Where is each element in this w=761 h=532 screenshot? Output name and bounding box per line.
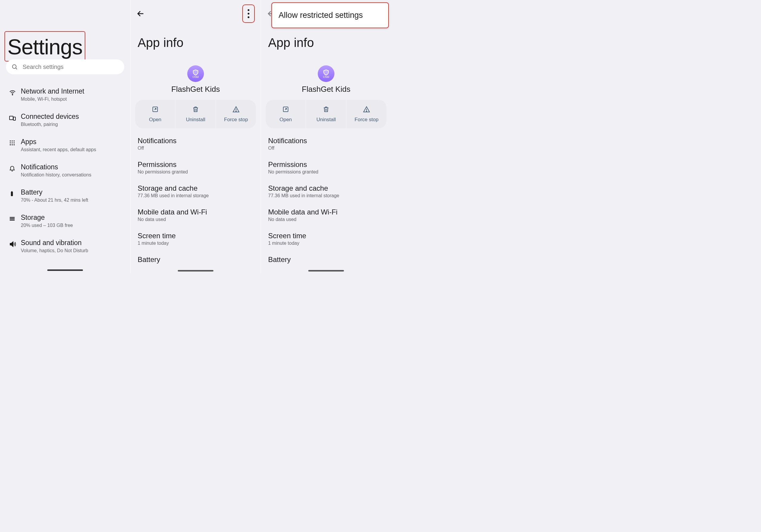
- settings-list: Network and Internet Mobile, Wi-Fi, hots…: [0, 83, 130, 273]
- settings-item-apps[interactable]: Apps Assistant, recent apps, default app…: [0, 134, 130, 159]
- detail-item-notifications[interactable]: Notifications Off: [138, 134, 254, 157]
- detail-label: Screen time: [268, 232, 384, 240]
- force-stop-button[interactable]: Force stop: [346, 100, 386, 128]
- settings-item-label: Apps: [21, 138, 96, 146]
- detail-item-data[interactable]: Mobile data and Wi-Fi No data used: [268, 205, 384, 229]
- settings-item-label: Storage: [21, 214, 73, 222]
- search-bar[interactable]: [6, 59, 124, 74]
- app-name: FlashGet Kids: [261, 85, 391, 94]
- settings-item-label: Connected devices: [21, 113, 79, 121]
- settings-title-highlight: Settings: [4, 31, 85, 62]
- app-icon: Child: [187, 65, 204, 82]
- detail-sub: Off: [268, 145, 384, 151]
- detail-item-permissions[interactable]: Permissions No permissions granted: [268, 157, 384, 181]
- action-label: Uninstall: [186, 117, 205, 123]
- settings-item-label: Notifications: [21, 163, 91, 171]
- settings-item-label: Battery: [21, 188, 88, 196]
- detail-item-screen-time[interactable]: Screen time 1 minute today: [138, 229, 254, 252]
- open-button[interactable]: Open: [266, 100, 306, 128]
- search-input[interactable]: [23, 64, 119, 71]
- page-title: Settings: [7, 35, 82, 59]
- detail-item-notifications[interactable]: Notifications Off: [268, 134, 384, 157]
- svg-rect-18: [10, 220, 15, 221]
- gesture-handle[interactable]: [47, 269, 83, 271]
- storage-icon: [9, 214, 21, 223]
- detail-item-storage[interactable]: Storage and cache 77.36 MB used in inter…: [138, 181, 254, 205]
- apps-icon: [9, 138, 21, 147]
- svg-rect-4: [13, 117, 16, 120]
- gesture-handle[interactable]: [308, 270, 344, 272]
- force-stop-button[interactable]: Force stop: [215, 100, 256, 128]
- svg-point-0: [13, 65, 16, 69]
- settings-item-storage[interactable]: Storage 20% used – 103 GB free: [0, 209, 130, 235]
- detail-label: Notifications: [138, 136, 254, 145]
- svg-point-22: [366, 111, 367, 111]
- detail-sub: No data used: [138, 217, 254, 222]
- wifi-icon: [9, 87, 21, 97]
- svg-rect-14: [11, 191, 13, 196]
- settings-item-sub: Assistant, recent apps, default apps: [21, 147, 96, 152]
- uninstall-button[interactable]: Uninstall: [175, 100, 215, 128]
- settings-item-sub: 70% - About 21 hrs, 42 mins left: [21, 197, 88, 203]
- panel-app-info-menu-closed: App info Child FlashGet Kids Open Uninst…: [130, 0, 261, 273]
- detail-label: Screen time: [138, 232, 254, 240]
- detail-item-permissions[interactable]: Permissions No permissions granted: [138, 157, 254, 181]
- search-icon: [11, 64, 18, 70]
- overflow-menu-button[interactable]: [248, 8, 249, 19]
- svg-point-13: [14, 144, 15, 145]
- action-row: Open Uninstall Force stop: [135, 100, 256, 128]
- action-label: Open: [149, 117, 161, 123]
- settings-item-sub: Bluetooth, pairing: [21, 122, 79, 127]
- back-button[interactable]: [137, 10, 145, 18]
- detail-label: Battery: [268, 255, 384, 264]
- settings-item-sub: 20% used – 103 GB free: [21, 223, 73, 228]
- svg-point-11: [10, 144, 11, 145]
- settings-item-connected-devices[interactable]: Connected devices Bluetooth, pairing: [0, 108, 130, 134]
- detail-list: Notifications Off Permissions No permiss…: [268, 134, 384, 273]
- page-title: App info: [268, 36, 314, 50]
- allow-restricted-settings-menu-item[interactable]: Allow restricted settings: [271, 2, 389, 28]
- svg-point-8: [10, 142, 11, 143]
- svg-point-2: [12, 94, 13, 95]
- settings-item-label: Sound and vibration: [21, 239, 88, 247]
- warning-icon: [363, 106, 370, 117]
- detail-sub: No permissions granted: [268, 169, 384, 175]
- settings-item-sub: Mobile, Wi-Fi, hotspot: [21, 96, 85, 102]
- detail-item-screen-time[interactable]: Screen time 1 minute today: [268, 229, 384, 252]
- detail-item-storage[interactable]: Storage and cache 77.36 MB used in inter…: [268, 181, 384, 205]
- detail-sub: 77.36 MB used in internal storage: [268, 193, 384, 198]
- battery-icon: [9, 188, 21, 198]
- uninstall-button[interactable]: Uninstall: [306, 100, 346, 128]
- action-label: Uninstall: [316, 117, 336, 123]
- settings-item-notifications[interactable]: Notifications Notification history, conv…: [0, 159, 130, 184]
- devices-icon: [9, 113, 21, 123]
- panel-settings: Settings Network and Internet Mobile, Wi…: [0, 0, 130, 273]
- svg-rect-16: [10, 217, 15, 218]
- app-icon: Child: [318, 65, 334, 82]
- gesture-handle[interactable]: [178, 270, 213, 272]
- action-row: Open Uninstall Force stop: [266, 100, 386, 128]
- trash-icon: [192, 106, 199, 117]
- detail-item-battery[interactable]: Battery: [268, 252, 384, 270]
- detail-item-battery[interactable]: Battery: [138, 252, 254, 270]
- detail-item-data[interactable]: Mobile data and Wi-Fi No data used: [138, 205, 254, 229]
- bell-icon: [9, 163, 21, 173]
- detail-label: Mobile data and Wi-Fi: [268, 208, 384, 216]
- sound-icon: [9, 239, 21, 249]
- settings-item-sound[interactable]: Sound and vibration Volume, haptics, Do …: [0, 235, 130, 260]
- popup-label: Allow restricted settings: [278, 11, 363, 20]
- svg-point-12: [12, 144, 13, 145]
- detail-sub: 1 minute today: [138, 240, 254, 246]
- app-icon-label: Child: [193, 76, 199, 79]
- app-name: FlashGet Kids: [131, 85, 261, 94]
- settings-item-sub: Volume, haptics, Do Not Disturb: [21, 248, 88, 253]
- action-label: Force stop: [355, 117, 379, 123]
- panel-app-info-menu-open: Allow restricted settings App info Child…: [261, 0, 391, 273]
- trash-icon: [322, 106, 330, 117]
- detail-list: Notifications Off Permissions No permiss…: [138, 134, 254, 273]
- detail-label: Storage and cache: [268, 184, 384, 192]
- open-button[interactable]: Open: [135, 100, 175, 128]
- action-label: Force stop: [224, 117, 248, 123]
- settings-item-network[interactable]: Network and Internet Mobile, Wi-Fi, hots…: [0, 83, 130, 108]
- settings-item-battery[interactable]: Battery 70% - About 21 hrs, 42 mins left: [0, 184, 130, 209]
